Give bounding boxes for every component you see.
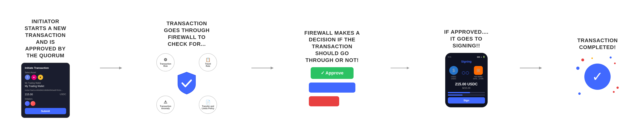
usdc-sub: USDC	[451, 78, 456, 80]
reject-bar	[309, 96, 339, 106]
avatar-1	[25, 101, 30, 106]
phone-mockup: Initiate Transaction Select Asset Ξ ● ♦ …	[21, 63, 70, 118]
signing-usd: $215.00	[448, 87, 485, 89]
svg-marker-3	[271, 67, 274, 69]
check-travel-rule: 📋 TravelRule	[199, 53, 217, 71]
hot-wallet-sub: 0xFb...2A5f6	[473, 78, 484, 80]
arrow-2-svg	[252, 65, 274, 71]
celebration: ✓	[575, 54, 620, 99]
amount-value: 215.00	[25, 93, 33, 96]
step-2: TRANSACTION GOES THROUGH FIREWALL TO CHE…	[152, 20, 221, 116]
arrow-3-svg	[390, 65, 413, 71]
travel-rule-label: TravelRule	[205, 63, 211, 67]
transaction-risk-label: TransactionRisk	[160, 63, 171, 67]
arrow-1-svg	[100, 65, 122, 71]
step-1: INITIATOR STARTS A NEW TRANSACTION AND I…	[21, 18, 70, 118]
transaction-anomaly-label: TransactionAnomaly	[160, 105, 171, 110]
svg-marker-4	[407, 67, 410, 69]
svg-marker-1	[119, 67, 122, 69]
progress-bar-fill	[448, 92, 470, 93]
arrow-1	[100, 65, 122, 71]
status-time: 9:41	[448, 56, 452, 58]
confetti-2	[610, 56, 612, 58]
asset-label: Select Asset	[25, 71, 66, 74]
transfer-policy-icon: 📄	[206, 100, 210, 105]
eth-icon: Ξ	[25, 75, 30, 80]
confetti-7	[592, 57, 593, 59]
status-bar: 9:41 ▮▮▮ ▲ 🔋	[448, 56, 485, 58]
check-transaction-risk: ⚙ TransactionRisk	[156, 53, 174, 71]
amount-currency: USDC	[60, 93, 66, 95]
deny-bar	[309, 83, 355, 93]
my-wallet-label: My Trading Wallet	[25, 82, 66, 84]
signing-phone: 9:41 ▮▮▮ ▲ 🔋 Signing $ USDC USDC ⬡⬡ ⊞ Ho…	[445, 53, 488, 107]
wallet-name: My Trading Wallet	[25, 85, 66, 88]
travel-rule-icon: 📋	[206, 57, 210, 62]
step-3: FIREWALL MAKES A DECISION IF THE TRANSAC…	[304, 30, 360, 107]
step-5: TRANSACTION COMPLETED! ✓	[572, 37, 623, 99]
submit-button[interactable]: Submit	[25, 108, 66, 114]
hot-wallet-box: ⊞ Hot Wallet 0xFb...2A5f6	[473, 66, 484, 80]
transaction-risk-icon: ⚙	[164, 57, 167, 62]
progress-bar-2	[448, 94, 485, 96]
connector-dots: ⬡⬡	[462, 70, 470, 75]
decision-container: ✓ Approve	[309, 67, 355, 106]
progress-bar-fill-2	[448, 94, 463, 96]
arrow-3	[390, 65, 413, 71]
step-4-title: IF APPROVED.... IT GOES TO SIGNING!!	[443, 29, 490, 49]
confetti-8	[616, 87, 619, 89]
signing-title: Signing	[448, 60, 485, 63]
wallet-icons-row: $ USDC USDC ⬡⬡ ⊞ Hot Wallet 0xFb...2A5f6	[448, 66, 485, 80]
progress-bar	[448, 92, 485, 93]
usdc-wallet-box: $ USDC USDC	[449, 66, 458, 80]
hot-wallet-icon: ⊞	[474, 66, 483, 75]
svg-marker-6	[539, 67, 542, 69]
step-3-title: FIREWALL MAKES A DECISION IF THE TRANSAC…	[304, 30, 360, 64]
dot-icon: ●	[31, 75, 36, 80]
approve-button[interactable]: ✓ Approve	[311, 67, 354, 79]
confetti-3	[614, 63, 616, 64]
sign-button[interactable]: Sign	[448, 97, 485, 104]
usdc-label: USDC	[451, 76, 456, 78]
signing-amount: 215.00 USDC	[448, 82, 485, 86]
wallet-address: 0x8ac76a01cc950d9822d68b83fe9ad97b32c...	[25, 89, 66, 91]
completion-circle: ✓	[584, 64, 611, 90]
asset-icons: Ξ ● ♦	[25, 75, 66, 80]
amount-row: 215.00 USDC	[25, 93, 66, 96]
bnb-icon: ♦	[38, 75, 43, 80]
avatar-2	[30, 101, 36, 106]
check-transfer-policy: 📄 Transfer andLimits Policy	[199, 96, 217, 114]
confetti-1	[581, 58, 584, 61]
transfer-policy-label: Transfer andLimits Policy	[202, 105, 214, 110]
step-2-title: TRANSACTION GOES THROUGH FIREWALL TO CHE…	[158, 20, 215, 47]
card-title: Initiate Transaction	[25, 66, 66, 69]
check-transaction-anomaly: ⚠ TransactionAnomaly	[156, 96, 174, 114]
status-icons: ▮▮▮ ▲ 🔋	[477, 56, 485, 58]
arrow-4-svg	[520, 65, 542, 71]
hot-wallet-label: Hot Wallet	[474, 76, 482, 78]
usdc-circle-icon: $	[449, 66, 458, 75]
firewall-checks: ⚙ TransactionRisk 📋 TravelRule ⚠ Transac…	[154, 51, 219, 116]
step-5-title: TRANSACTION COMPLETED!	[572, 37, 623, 51]
avatar-row	[25, 101, 66, 106]
confetti-4	[578, 92, 581, 95]
initiators-label: Initiators	[25, 98, 66, 100]
step-4: IF APPROVED.... IT GOES TO SIGNING!! 9:4…	[443, 29, 490, 107]
shield-icon	[176, 71, 198, 96]
transaction-anomaly-icon: ⚠	[164, 100, 167, 105]
confetti-5	[613, 91, 615, 93]
arrow-4	[520, 65, 542, 71]
arrow-2	[252, 65, 274, 71]
step-1-title: INITIATOR STARTS A NEW TRANSACTION AND I…	[21, 18, 70, 59]
confetti-6	[576, 67, 580, 70]
